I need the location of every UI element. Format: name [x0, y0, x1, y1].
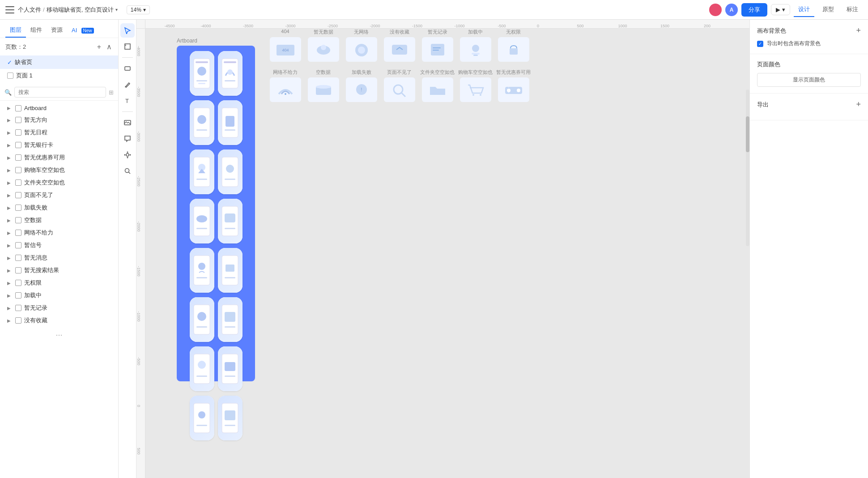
search-tool[interactable] [120, 164, 135, 178]
breadcrumb-current[interactable]: 移动端缺省页, 空白页设计 ▾ [47, 6, 118, 14]
layer-item[interactable]: ▶ 暂无消息 [0, 252, 118, 264]
card-nonet[interactable] [266, 77, 304, 102]
card-nodata[interactable] [304, 37, 342, 62]
card-404[interactable]: 404 [266, 37, 304, 62]
layer-item[interactable]: ▶ 暂无搜索结果 [0, 264, 118, 277]
phone-mockup[interactable] [218, 51, 243, 96]
phone-mockup[interactable] [218, 396, 243, 440]
card-nowifi[interactable] [342, 37, 380, 62]
pen-tool[interactable] [120, 77, 135, 92]
layer-artboard[interactable]: ▶ Artboard [0, 102, 118, 114]
card-loadfail[interactable]: ! [342, 77, 380, 102]
ai-icon[interactable]: A [725, 4, 738, 16]
phone-mockup[interactable] [218, 149, 243, 194]
phone-mockup[interactable] [218, 297, 243, 342]
card-loading[interactable] [456, 37, 494, 62]
layer-item[interactable]: ▶ 无权限 [0, 277, 118, 289]
tab-components[interactable]: 组件 [26, 23, 47, 38]
card-nocoupon[interactable] [494, 77, 532, 102]
page-color-button[interactable]: 显示页面颜色 [757, 73, 861, 87]
phone-mockup[interactable] [218, 100, 243, 145]
card-emptydata[interactable] [304, 77, 342, 102]
card-notfound[interactable] [380, 77, 418, 102]
collapse-pages-button[interactable]: ∧ [106, 42, 113, 52]
layer-item[interactable]: ▶ 页面不见了 [0, 189, 118, 201]
text-tool[interactable]: T [120, 94, 135, 108]
filter-icon[interactable]: ⊞ [109, 89, 114, 96]
phone-mockup[interactable] [190, 149, 214, 194]
layer-item[interactable]: ▶ 加载中 [0, 289, 118, 302]
share-button[interactable]: 分享 [741, 3, 767, 17]
layer-item[interactable]: ▶ 购物车空空如也 [0, 164, 118, 176]
export-add-button[interactable]: + [856, 100, 861, 109]
page-item-page1[interactable]: 页面 1 [0, 69, 118, 82]
layer-item[interactable]: ▶ 暂无方向 [0, 114, 118, 126]
ruler-vtick: -2000 [136, 221, 141, 231]
phone-screen [218, 51, 243, 96]
layer-icon [15, 230, 21, 236]
phone-mockup[interactable] [218, 248, 243, 293]
layer-item[interactable]: ▶ 加载失败 [0, 201, 118, 214]
phone-mockup[interactable] [190, 396, 214, 440]
card-noperm[interactable] [494, 37, 532, 62]
ruler-vtick: -1000 [136, 311, 141, 321]
comment-tool[interactable] [120, 132, 135, 146]
arrow-icon: ▶ [7, 155, 13, 160]
svg-rect-49 [225, 312, 235, 322]
layer-item[interactable]: ▶ 暂无记录 [0, 302, 118, 314]
export-bg-checkbox[interactable]: ✓ [757, 41, 763, 47]
phone-mockup[interactable] [190, 346, 214, 391]
tab-layers[interactable]: 图层 [5, 23, 26, 38]
canvas-bg-add-button[interactable]: + [856, 26, 861, 35]
phone-mockup[interactable] [190, 51, 214, 96]
tab-annotate[interactable]: 标注 [842, 3, 863, 17]
menu-icon[interactable] [5, 6, 14, 13]
tab-design[interactable]: 设计 [794, 3, 814, 17]
scrollbar-vertical[interactable] [746, 90, 749, 246]
layer-item[interactable]: ▶ 文件夹空空如也 [0, 176, 118, 189]
avatar[interactable] [709, 4, 722, 16]
phone-mockup[interactable] [218, 199, 243, 243]
phone-mockup[interactable] [190, 248, 214, 293]
phone-mockup[interactable] [190, 100, 214, 145]
export-section: 导出 + [750, 94, 868, 120]
vert-toolbar: T [119, 20, 136, 478]
breadcrumb-parent[interactable]: 个人文件 [18, 6, 41, 14]
card-nosave[interactable] [380, 37, 418, 62]
card-cartempty[interactable] [456, 77, 494, 102]
scrollbar-thumb[interactable] [746, 116, 749, 152]
layer-item[interactable]: ▶ 空数据 [0, 214, 118, 226]
add-page-button[interactable]: + [96, 42, 102, 52]
search-input[interactable] [14, 87, 106, 98]
svg-point-52 [198, 361, 206, 369]
zoom-control[interactable]: 14% ▾ [127, 5, 150, 14]
phone-mockup[interactable] [190, 297, 214, 342]
phone-mockup[interactable] [190, 199, 214, 243]
page-color-title: 页面颜色 [757, 60, 780, 68]
page-item-quesheng[interactable]: ✓ 缺省页 [0, 55, 118, 69]
layer-item[interactable]: ▶ 暂无优惠券可用 [0, 151, 118, 164]
tab-assets[interactable]: 资源 [47, 23, 67, 38]
tab-prototype[interactable]: 原型 [818, 3, 838, 17]
frame-tool[interactable] [120, 39, 135, 54]
layer-item[interactable]: ▶ 网络不给力 [0, 226, 118, 239]
component-tool[interactable] [120, 148, 135, 162]
layer-item[interactable]: ▶ 暂无日程 [0, 126, 118, 139]
select-tool[interactable] [120, 23, 135, 38]
tab-ai[interactable]: AI New [67, 24, 98, 37]
card-folderempty[interactable] [418, 77, 456, 102]
card-norecord[interactable] [418, 37, 456, 62]
image-tool[interactable] [120, 115, 135, 130]
canvas-area[interactable]: -4500 -4000 -3500 -3000 -2500 -2000 -150… [136, 20, 749, 478]
phone-mockup[interactable] [218, 346, 243, 391]
layer-item[interactable]: ▶ 没有收藏 [0, 314, 118, 327]
svg-rect-43 [226, 265, 234, 272]
artboard-bg[interactable] [177, 46, 255, 381]
play-button[interactable]: ▶ ▾ [771, 4, 790, 15]
card-label-norecord: 暂无记录 [418, 29, 456, 35]
rectangle-tool[interactable] [120, 61, 135, 76]
layer-item[interactable]: ▶ 暂无银行卡 [0, 139, 118, 151]
more-icon[interactable]: ··· [0, 327, 118, 343]
canvas-content[interactable]: Artboard [145, 29, 749, 478]
layer-item[interactable]: ▶ 暂信号 [0, 239, 118, 252]
